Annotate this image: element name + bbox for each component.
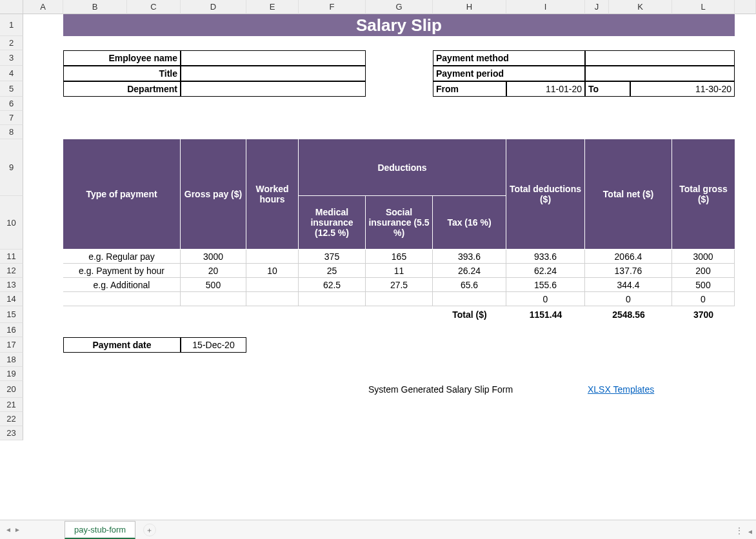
cell-type-row2[interactable]: e.g. Payment by hour bbox=[63, 264, 181, 278]
row-header-19[interactable]: 19 bbox=[0, 367, 23, 381]
col-header-C[interactable]: C bbox=[127, 0, 181, 14]
row-header-23[interactable]: 23 bbox=[0, 426, 23, 440]
payment-period-value[interactable] bbox=[585, 66, 735, 81]
row-header-12[interactable]: 12 bbox=[0, 264, 23, 278]
col-header-D[interactable]: D bbox=[181, 0, 246, 14]
row-header-10[interactable]: 10 bbox=[0, 196, 23, 250]
row-header-18[interactable]: 18 bbox=[0, 353, 23, 367]
cell-hours-row1[interactable] bbox=[246, 250, 299, 264]
tab-scroll-buttons[interactable]: ◄ ► bbox=[0, 520, 26, 540]
scroll-right-icon[interactable]: ◄ bbox=[747, 528, 753, 535]
cell-tax-row2[interactable]: 26.24 bbox=[433, 264, 506, 278]
cell-tax-row4[interactable] bbox=[433, 292, 506, 306]
col-header-L[interactable]: L bbox=[672, 0, 735, 14]
header-tax: Tax (16 %) bbox=[433, 196, 506, 250]
row-header-21[interactable]: 21 bbox=[0, 398, 23, 412]
cell-type-row3[interactable]: e.g. Additional bbox=[63, 278, 181, 292]
cell-soc-row4[interactable] bbox=[366, 292, 433, 306]
cell-gross-row1[interactable]: 3000 bbox=[181, 250, 246, 264]
row-header-7[interactable]: 7 bbox=[0, 111, 23, 125]
cell-tded-row2[interactable]: 62.24 bbox=[506, 264, 585, 278]
cell-tgross-row1[interactable]: 3000 bbox=[672, 250, 735, 264]
cell-hours-row2[interactable]: 10 bbox=[246, 264, 299, 278]
row-header-1[interactable]: 1 bbox=[0, 14, 23, 36]
col-header-H[interactable]: H bbox=[433, 0, 506, 14]
footer-link[interactable]: XLSX Templates bbox=[585, 381, 657, 398]
title-banner: Salary Slip bbox=[63, 14, 735, 36]
row-header-5[interactable]: 5 bbox=[0, 81, 23, 97]
cell-tded-row3[interactable]: 155.6 bbox=[506, 278, 585, 292]
row-header-17[interactable]: 17 bbox=[0, 337, 23, 353]
cell-type-row4[interactable] bbox=[63, 292, 181, 306]
cell-med-row3[interactable]: 62.5 bbox=[299, 278, 366, 292]
cell-type-row1[interactable]: e.g. Regular pay bbox=[63, 250, 181, 264]
col-header-I[interactable]: I bbox=[506, 0, 585, 14]
row-header-22[interactable]: 22 bbox=[0, 412, 23, 426]
col-header-G[interactable]: G bbox=[366, 0, 433, 14]
from-label: From bbox=[433, 81, 506, 97]
col-header-A[interactable]: A bbox=[23, 0, 63, 14]
cell-tax-row1[interactable]: 393.6 bbox=[433, 250, 506, 264]
cell-tax-row3[interactable]: 65.6 bbox=[433, 278, 506, 292]
to-value[interactable]: 11-30-20 bbox=[630, 81, 735, 97]
cell-med-row2[interactable]: 25 bbox=[299, 264, 366, 278]
row-header-6[interactable]: 6 bbox=[0, 97, 23, 111]
cell-tnet-row3[interactable]: 344.4 bbox=[585, 278, 672, 292]
employee-title-value[interactable] bbox=[181, 66, 366, 81]
row-header-11[interactable]: 11 bbox=[0, 250, 23, 264]
cell-hours-row4[interactable] bbox=[246, 292, 299, 306]
sheet-content[interactable]: Salary Slip Employee name Title Departme… bbox=[23, 14, 756, 520]
row-header-4[interactable]: 4 bbox=[0, 66, 23, 81]
cell-tnet-row1[interactable]: 2066.4 bbox=[585, 250, 672, 264]
row-header-2[interactable]: 2 bbox=[0, 36, 23, 50]
payment-period-label: Payment period bbox=[433, 66, 585, 81]
cell-gross-row2[interactable]: 20 bbox=[181, 264, 246, 278]
cell-soc-row3[interactable]: 27.5 bbox=[366, 278, 433, 292]
col-header-B[interactable]: B bbox=[63, 0, 127, 14]
cell-soc-row1[interactable]: 165 bbox=[366, 250, 433, 264]
cell-tgross-row3[interactable]: 500 bbox=[672, 278, 735, 292]
row-header-14[interactable]: 14 bbox=[0, 292, 23, 306]
employee-name-value[interactable] bbox=[181, 50, 366, 66]
cell-soc-row2[interactable]: 11 bbox=[366, 264, 433, 278]
select-all-corner[interactable] bbox=[0, 0, 23, 14]
payment-date-value[interactable]: 15-Dec-20 bbox=[181, 337, 246, 353]
row-header-15[interactable]: 15 bbox=[0, 306, 23, 323]
col-header-J[interactable]: J bbox=[585, 0, 609, 14]
cell-tgross-row4[interactable]: 0 bbox=[672, 292, 735, 306]
row-header-3[interactable]: 3 bbox=[0, 50, 23, 66]
cell-tded-row1[interactable]: 933.6 bbox=[506, 250, 585, 264]
cell-tnet-row2[interactable]: 137.76 bbox=[585, 264, 672, 278]
total-net: 2548.56 bbox=[585, 306, 672, 323]
cell-gross-row4[interactable] bbox=[181, 292, 246, 306]
row-header-13[interactable]: 13 bbox=[0, 278, 23, 292]
spreadsheet: ABCDEFGHIJKL 123456789101112131415161718… bbox=[0, 0, 756, 539]
cell-med-row4[interactable] bbox=[299, 292, 366, 306]
total-gross: 3700 bbox=[672, 306, 735, 323]
footer-text: System Generated Salary Slip Form bbox=[366, 381, 515, 398]
add-sheet-button[interactable]: ＋ bbox=[143, 524, 156, 536]
cell-hours-row3[interactable] bbox=[246, 278, 299, 292]
cell-tded-row4[interactable]: 0 bbox=[506, 292, 585, 306]
chevron-left-icon[interactable]: ◄ bbox=[5, 526, 12, 533]
cell-gross-row3[interactable]: 500 bbox=[181, 278, 246, 292]
row-header-20[interactable]: 20 bbox=[0, 381, 23, 398]
col-header-E[interactable]: E bbox=[246, 0, 299, 14]
cell-med-row1[interactable]: 375 bbox=[299, 250, 366, 264]
col-header-F[interactable]: F bbox=[299, 0, 366, 14]
cell-tnet-row4[interactable]: 0 bbox=[585, 292, 672, 306]
employee-dept-value[interactable] bbox=[181, 81, 366, 97]
header-type: Type of payment bbox=[63, 139, 181, 250]
row-header-16[interactable]: 16 bbox=[0, 323, 23, 337]
tab-pay-stub-form[interactable]: pay-stub-form bbox=[65, 521, 135, 539]
col-header-partial[interactable] bbox=[735, 0, 756, 14]
total-ded: 1151.44 bbox=[506, 306, 585, 323]
chevron-right-icon[interactable]: ► bbox=[14, 526, 21, 533]
row-header-9[interactable]: 9 bbox=[0, 139, 23, 196]
col-header-K[interactable]: K bbox=[609, 0, 672, 14]
row-header-8[interactable]: 8 bbox=[0, 125, 23, 139]
cell-tgross-row2[interactable]: 200 bbox=[672, 264, 735, 278]
from-value[interactable]: 11-01-20 bbox=[506, 81, 585, 97]
tab-options-icon[interactable]: ⋮ bbox=[735, 526, 744, 535]
payment-method-value[interactable] bbox=[585, 50, 735, 66]
